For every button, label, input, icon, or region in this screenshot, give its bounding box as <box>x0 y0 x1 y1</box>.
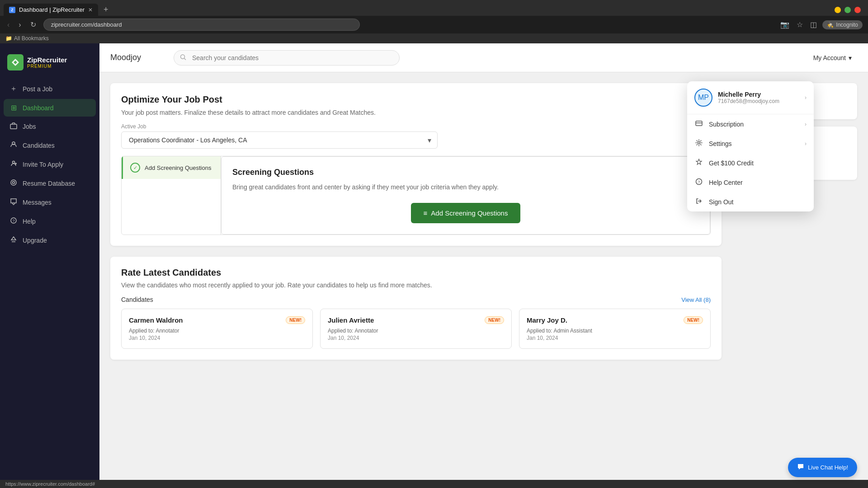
incognito-badge: 🕵 Incognito <box>822 20 863 29</box>
help-center-label: Help Center <box>709 179 743 186</box>
candidate-applied: Applied to: Annotator <box>129 328 305 334</box>
svg-point-14 <box>698 142 700 144</box>
sidebar-item-help[interactable]: ? Help <box>4 212 96 230</box>
rate-section: Rate Latest Candidates View the candidat… <box>110 257 722 360</box>
screening-title: Screening Questions <box>232 168 699 177</box>
sidebar-item-candidates[interactable]: Candidates <box>4 136 96 155</box>
dropdown-header-arrow-icon: › <box>805 94 807 101</box>
back-button[interactable]: ‹ <box>5 19 11 31</box>
chevron-down-icon: ▾ <box>849 54 852 61</box>
sidebar-item-label: Invite To Apply <box>23 161 63 168</box>
logo-premium: PREMIUM <box>27 64 67 69</box>
header-actions: My Account ▾ <box>808 52 857 64</box>
sidebar-item-dashboard[interactable]: ⊞ Dashboard <box>4 99 96 117</box>
step-add-screening[interactable]: ✓ Add Screening Questions <box>122 156 221 179</box>
dropdown-subscription[interactable]: Subscription › <box>687 114 814 134</box>
window-maximize-button[interactable] <box>844 7 851 13</box>
reload-button[interactable]: ↻ <box>28 19 38 31</box>
jobs-icon <box>9 122 18 131</box>
dropdown-settings[interactable]: Settings › <box>687 134 814 153</box>
incognito-icon: 🕵 <box>827 22 834 28</box>
dropdown-help[interactable]: ? Help Center <box>687 173 814 192</box>
window-close-button[interactable] <box>854 7 861 13</box>
candidate-name: Marry Joy D. <box>527 316 567 324</box>
credit-icon <box>694 159 703 167</box>
sidebar-browser-button[interactable]: ◫ <box>808 19 819 31</box>
svg-line-11 <box>184 58 186 60</box>
screening-panel: Screening Questions Bring great candidat… <box>221 156 710 235</box>
window-minimize-button[interactable] <box>835 7 841 13</box>
dropdown-name: Michelle Perry <box>718 91 779 98</box>
credit-label: Get $100 Credit <box>709 160 754 167</box>
job-select[interactable]: Operations Coordinator - Los Angeles, CA <box>121 131 438 149</box>
optimize-description: Your job post matters. Finalize these de… <box>121 109 711 116</box>
subscription-arrow-icon: › <box>805 121 807 127</box>
search-bar <box>174 50 400 66</box>
sidebar-item-label: Messages <box>23 199 52 206</box>
bookmarks-bar-item[interactable]: 📁 All Bookmarks <box>5 35 49 42</box>
sidebar-item-jobs[interactable]: Jobs <box>4 117 96 136</box>
dropdown-credit[interactable]: Get $100 Credit <box>687 153 814 173</box>
logo-brand: ZipRecruiter <box>27 56 67 64</box>
candidate-card-3: Marry Joy D. NEW! Applied to: Admin Assi… <box>519 309 711 349</box>
help-center-icon: ? <box>694 178 703 187</box>
step-circle-icon: ✓ <box>130 163 140 173</box>
dropdown-signout[interactable]: Sign Out <box>687 192 814 211</box>
dropdown-header: MP Michelle Perry 7167de58@moodjoy.com › <box>687 81 814 114</box>
forward-button[interactable]: › <box>17 19 23 31</box>
active-job-label: Active Job <box>121 123 711 130</box>
chat-icon <box>797 463 804 472</box>
sidebar-item-messages[interactable]: Messages <box>4 193 96 211</box>
svg-text:?: ? <box>698 180 700 184</box>
sidebar-item-label: Candidates <box>23 142 55 149</box>
svg-rect-12 <box>696 121 702 126</box>
optimize-section: Optimize Your Job Post − Your job post m… <box>110 83 722 246</box>
svg-point-10 <box>181 55 185 59</box>
dropdown-email: 7167de58@moodjoy.com <box>718 98 779 104</box>
sidebar-nav: ＋ Post a Job ⊞ Dashboard Jobs Candidates <box>0 80 99 249</box>
sidebar-item-label: Jobs <box>23 123 36 130</box>
resume-icon <box>9 179 18 188</box>
sidebar-item-resume-database[interactable]: Resume Database <box>4 174 96 192</box>
dropdown-avatar: MP <box>694 89 712 107</box>
settings-icon <box>694 139 703 148</box>
new-badge: NEW! <box>485 316 504 324</box>
subscription-icon <box>694 120 703 128</box>
new-badge: NEW! <box>684 316 703 324</box>
search-input[interactable] <box>174 50 400 66</box>
signout-label: Sign Out <box>709 198 733 206</box>
sidebar-item-label: Resume Database <box>23 180 75 187</box>
address-bar[interactable]: ziprecruiter.com/dashboard <box>43 19 360 31</box>
candidate-name: Julien Avriette <box>328 316 374 324</box>
camera-button[interactable]: 📷 <box>778 19 791 31</box>
logo: ZipRecruiter PREMIUM <box>0 51 99 80</box>
sidebar-item-upgrade[interactable]: Upgrade <box>4 231 96 249</box>
candidate-name: Carmen Waldron <box>129 316 183 324</box>
candidate-card-1: Carmen Waldron NEW! Applied to: Annotato… <box>121 309 313 349</box>
star-button[interactable]: ☆ <box>795 19 805 31</box>
step-text: Add Screening Questions <box>145 164 211 171</box>
active-tab[interactable]: Z Dashboard | ZipRecruiter ✕ <box>4 4 98 16</box>
my-account-label: My Account <box>813 54 846 61</box>
app-header: Moodjoy My Account ▾ <box>99 43 868 72</box>
tab-label: Dashboard | ZipRecruiter <box>19 6 85 13</box>
candidates-label: Candidates <box>121 296 153 303</box>
tab-close-button[interactable]: ✕ <box>88 7 93 13</box>
sidebar-item-post-job[interactable]: ＋ Post a Job <box>4 80 96 98</box>
status-bar: https://www.ziprecruiter.com/dashboard# <box>0 480 868 488</box>
search-icon <box>180 54 186 61</box>
status-url: https://www.ziprecruiter.com/dashboard# <box>5 481 95 487</box>
messages-icon <box>9 198 18 207</box>
bookmarks-icon: 📁 <box>5 35 12 42</box>
candidate-date: Jan 10, 2024 <box>527 335 703 341</box>
live-chat-button[interactable]: Live Chat Help! <box>788 458 857 477</box>
sidebar-item-invite-to-apply[interactable]: Invite To Apply <box>4 155 96 174</box>
invite-icon <box>9 160 18 169</box>
my-account-button[interactable]: My Account ▾ <box>808 52 857 64</box>
add-screening-button[interactable]: ≡ Add Screening Questions <box>411 203 521 223</box>
svg-rect-0 <box>10 124 17 129</box>
post-job-icon: ＋ <box>9 84 18 94</box>
new-tab-button[interactable]: + <box>100 4 112 15</box>
sidebar-item-label: Upgrade <box>23 237 47 244</box>
view-all-link[interactable]: View All (8) <box>681 296 711 303</box>
